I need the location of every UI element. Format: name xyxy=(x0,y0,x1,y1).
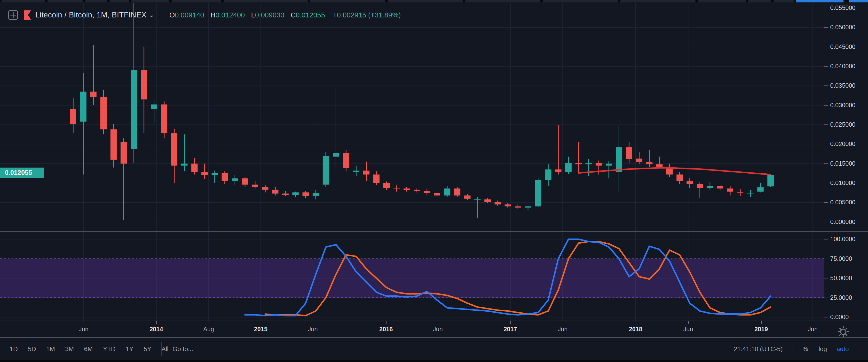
browser-tab[interactable] xyxy=(774,0,794,2)
price-label: 0.005000 xyxy=(830,199,856,206)
price-label: 0.030000 xyxy=(830,102,856,109)
time-tick xyxy=(261,321,261,324)
time-axis[interactable]: Jun2014Aug2015Jun2016Jun2017Jun2018Jun20… xyxy=(0,321,824,337)
time-label-year: 2015 xyxy=(254,326,268,333)
time-label-year: 2019 xyxy=(754,326,768,333)
browser-tab[interactable] xyxy=(310,0,385,2)
range-button-ytd[interactable]: YTD xyxy=(103,345,116,353)
change-value: +0.002915 (+31.89%) xyxy=(333,11,401,19)
price-axis-border xyxy=(824,2,825,338)
range-button-1y[interactable]: 1Y xyxy=(126,345,133,353)
chart-window: Litecoin / Bitcoin, 1M, BITFINEX ⌄ O0.00… xyxy=(0,0,868,362)
price-label: 0.020000 xyxy=(830,140,856,147)
indicator-label: 25.0000 xyxy=(830,294,852,301)
range-button-1m[interactable]: 1M xyxy=(46,345,55,353)
browser-tab[interactable] xyxy=(388,0,463,2)
time-tick xyxy=(209,321,209,324)
chevron-down-icon[interactable]: ⌄ xyxy=(148,12,155,19)
auto-scale-button[interactable]: auto xyxy=(837,338,849,360)
browser-tab[interactable] xyxy=(85,0,107,2)
indicator-label-tick xyxy=(825,278,828,278)
time-label-month: Jun xyxy=(558,326,567,333)
range-button-all[interactable]: All xyxy=(162,345,169,353)
range-button-1d[interactable]: 1D xyxy=(10,345,18,353)
price-label: 0.055000 xyxy=(830,4,856,11)
time-tick xyxy=(510,321,511,324)
time-label-year: 2018 xyxy=(629,326,642,333)
browser-tab-active[interactable] xyxy=(848,0,868,2)
indicator-divider[interactable] xyxy=(0,321,868,321)
ohlc-c: C0.012055 xyxy=(290,11,325,19)
price-label-tick xyxy=(825,8,828,8)
browser-tab[interactable] xyxy=(48,0,83,2)
indicator-label-tick xyxy=(825,298,828,298)
time-label-month: Jun xyxy=(808,326,817,333)
range-button-6m[interactable]: 6M xyxy=(84,345,93,353)
browser-tab[interactable] xyxy=(620,0,695,2)
ohlc-l: L0.009030 xyxy=(251,11,284,19)
browser-tab[interactable] xyxy=(131,0,169,2)
window-bottom-edge xyxy=(0,360,868,362)
indicator-label-tick xyxy=(825,317,828,318)
price-label: 0.035000 xyxy=(830,82,856,89)
time-label-month: Jun xyxy=(79,326,88,333)
ohlc-values: O0.009140H0.012400L0.009030C0.012055 xyxy=(169,11,331,19)
indicator-label-tick xyxy=(825,239,828,239)
time-tick xyxy=(636,321,636,324)
browser-tab[interactable] xyxy=(1,0,45,2)
time-label-year: 2017 xyxy=(503,326,517,333)
price-label-tick xyxy=(825,27,828,28)
browser-tab[interactable] xyxy=(465,0,540,2)
time-label-month: Jun xyxy=(308,326,318,333)
time-tick xyxy=(813,321,813,324)
indicator-label: 75.0000 xyxy=(830,255,852,262)
symbol-logo-icon xyxy=(24,10,31,20)
time-label-month: Jun xyxy=(683,326,693,333)
browser-tab[interactable] xyxy=(543,0,618,2)
time-label-month: Aug xyxy=(203,326,214,333)
range-button-3m[interactable]: 3M xyxy=(65,345,74,353)
indicator-label: 50.0000 xyxy=(830,274,852,282)
time-label-year: 2016 xyxy=(379,326,393,333)
time-label-year: 2014 xyxy=(150,326,163,333)
pane-divider[interactable] xyxy=(0,231,868,232)
price-label-tick xyxy=(825,125,828,125)
time-tick xyxy=(84,321,84,324)
range-button-5y[interactable]: 5Y xyxy=(144,345,151,353)
chart-header: Litecoin / Bitcoin, 1M, BITFINEX ⌄ O0.00… xyxy=(8,10,401,20)
layout-grid-icon[interactable] xyxy=(8,10,18,20)
price-label: 0.015000 xyxy=(830,160,856,167)
browser-tab[interactable] xyxy=(224,0,308,2)
toolbar-separator-2 xyxy=(792,342,793,356)
ohlc-o: O0.009140 xyxy=(169,11,204,19)
clock-label[interactable]: 21:41:10 (UTC-5) xyxy=(734,338,783,360)
price-axis[interactable]: 0.0550000.0500000.0450000.0400000.035000… xyxy=(824,2,868,338)
time-tick xyxy=(761,321,762,324)
range-button-5d[interactable]: 5D xyxy=(28,345,36,353)
price-label: 0.040000 xyxy=(830,63,856,70)
ohlc-h: H0.012400 xyxy=(210,11,245,19)
percent-scale-button[interactable]: % xyxy=(803,338,808,360)
browser-tab-active[interactable] xyxy=(796,0,843,2)
log-scale-button[interactable]: log xyxy=(818,338,827,360)
price-label-tick xyxy=(825,105,828,106)
price-label-tick xyxy=(825,202,828,203)
pane-settings-gear-icon[interactable] xyxy=(837,325,850,338)
time-tick xyxy=(313,321,313,324)
indicator-label: 100.0000 xyxy=(830,236,856,243)
price-label-tick xyxy=(825,47,828,47)
browser-tab[interactable] xyxy=(748,0,771,2)
price-label: 0.025000 xyxy=(830,121,856,128)
price-label: 0.050000 xyxy=(830,24,856,31)
price-label-tick xyxy=(825,222,828,222)
bottom-toolbar: 1D5D1M3M6MYTD1Y5YAll Go to... 21:41:10 (… xyxy=(0,338,868,360)
time-tick xyxy=(688,321,689,324)
goto-button[interactable]: Go to... xyxy=(173,338,193,360)
browser-tab[interactable] xyxy=(172,0,221,2)
current-price-tag: 0.012055 xyxy=(0,168,44,178)
browser-tab-strip xyxy=(0,0,868,2)
browser-tab[interactable] xyxy=(698,0,746,2)
browser-tab[interactable] xyxy=(110,0,129,2)
main-chart-canvas[interactable] xyxy=(0,0,824,338)
symbol-title[interactable]: Litecoin / Bitcoin, 1M, BITFINEX xyxy=(35,11,147,20)
